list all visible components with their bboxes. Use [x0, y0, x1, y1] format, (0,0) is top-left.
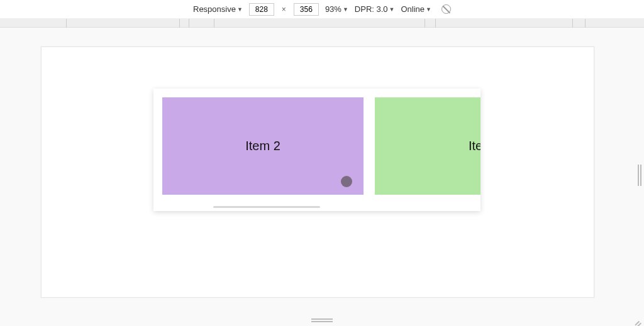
ruler-bar: [0, 19, 644, 28]
device-mode-dropdown[interactable]: Responsive ▼: [193, 4, 243, 14]
item-label: Item 2: [245, 139, 280, 153]
zoom-dropdown[interactable]: 93% ▼: [325, 4, 348, 14]
height-input[interactable]: [294, 3, 319, 16]
viewport-container: Item 2 Ite: [0, 28, 644, 326]
dpr-dropdown[interactable]: DPR: 3.0 ▼: [355, 4, 395, 14]
horizontal-scrollbar[interactable]: [213, 206, 320, 208]
corner-resize-handle[interactable]: [633, 315, 641, 323]
caret-down-icon: ▼: [426, 6, 431, 13]
item-label: Ite: [469, 139, 480, 153]
width-input[interactable]: [249, 3, 274, 16]
caret-down-icon: ▼: [343, 6, 348, 13]
device-frame: Item 2 Ite: [41, 46, 594, 298]
rotate-icon[interactable]: [441, 4, 451, 14]
scroll-row[interactable]: Item 2 Ite: [162, 97, 472, 201]
caret-down-icon: ▼: [237, 6, 243, 13]
touch-indicator-icon: [341, 176, 352, 187]
dpr-label: DPR: 3.0: [355, 4, 388, 14]
list-item[interactable]: Ite: [375, 97, 480, 195]
scroll-card: Item 2 Ite: [153, 89, 480, 211]
device-toolbar: Responsive ▼ × 93% ▼ DPR: 3.0 ▼ Online ▼: [0, 0, 644, 19]
horizontal-resize-handle[interactable]: [311, 318, 333, 322]
device-mode-label: Responsive: [193, 4, 236, 14]
network-label: Online: [401, 4, 425, 14]
caret-down-icon: ▼: [389, 6, 395, 13]
network-dropdown[interactable]: Online ▼: [401, 4, 432, 14]
dimensions-separator: ×: [282, 5, 286, 14]
vertical-resize-handle[interactable]: [638, 165, 641, 186]
list-item[interactable]: Item 2: [162, 97, 364, 195]
zoom-label: 93%: [325, 4, 341, 14]
